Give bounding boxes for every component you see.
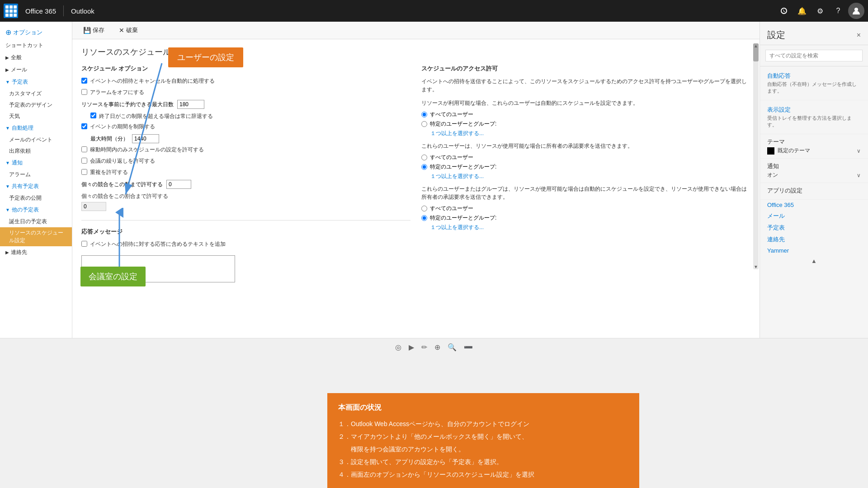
allow-recurring-label[interactable]: 会議の繰り返しを許可する xyxy=(81,157,155,165)
sidebar-group-other-cal[interactable]: ▼他の予定表 xyxy=(0,204,72,216)
theme-label: テーマ xyxy=(767,138,861,146)
sidebar-alarm[interactable]: アラーム xyxy=(0,169,72,180)
notification-icon[interactable]: 🔔 xyxy=(794,3,810,19)
conflicts-pct-label: 個々の競合をこの割合まで許可する xyxy=(81,192,410,200)
theme-value[interactable]: 既定のテーマ ∨ xyxy=(767,147,861,155)
bottom-icon-3[interactable]: ✏ xyxy=(421,343,427,352)
working-hours-label[interactable]: 稼動時間内のみスケジュールの設定を許可する xyxy=(81,146,204,154)
specific-users-radio[interactable] xyxy=(421,121,427,127)
app-link-yammer[interactable]: Yammer xyxy=(760,245,868,256)
all-users-radio[interactable] xyxy=(421,112,427,117)
save-button[interactable]: 💾 保存 xyxy=(80,24,108,36)
approval-specific-radio[interactable] xyxy=(421,164,427,170)
limit-duration-label[interactable]: イベントの期間を制限する xyxy=(81,123,155,131)
response-checkbox[interactable] xyxy=(81,241,87,247)
combined-radio-group: すべてのユーザー 特定のユーザーとグループ: １つ以上を選択する... xyxy=(421,205,750,231)
arrow-icon: ▶ xyxy=(5,250,9,255)
auto-schedule-desc: リソースが利用可能な場合、これらのユーザーは自動的にスケジュールを設定できます。 xyxy=(421,99,750,107)
sidebar-group-shared[interactable]: ▼共有予定表 xyxy=(0,180,72,192)
response-checkbox-row: イベントへの招待に対する応答に含めるテキストを追加 xyxy=(81,240,410,248)
exceed-end-row: 終了日がこの制限を超える場合は常に辞退する xyxy=(81,113,410,120)
select-users-link[interactable]: １つ以上を選択する... xyxy=(421,130,750,137)
app-link-calendar[interactable]: 予定表 xyxy=(760,222,868,234)
schedule-access-title: スケジュールのアクセス許可 xyxy=(421,65,750,73)
alarm-off-checkbox[interactable] xyxy=(81,89,87,95)
sidebar-group-notify[interactable]: ▼通知 xyxy=(0,157,72,169)
auto-process-label[interactable]: イベントへの招待とキャンセルを自動的に処理する xyxy=(81,77,215,85)
allow-recurring-checkbox[interactable] xyxy=(81,158,87,164)
sidebar-group-auto[interactable]: ▼自動処理 xyxy=(0,122,72,134)
combined-all-radio[interactable] xyxy=(421,206,427,211)
app-link-office365[interactable]: Office 365 xyxy=(760,200,868,210)
notification-value[interactable]: オン ∨ xyxy=(767,171,861,179)
auto-reply-title[interactable]: 自動応答 xyxy=(767,72,861,80)
scroll-up-btn[interactable]: ▲ xyxy=(753,43,759,48)
working-hours-checkbox[interactable] xyxy=(81,146,87,152)
scroll-down-btn[interactable]: ▼ xyxy=(753,264,759,269)
content-body: リソースのスケジュール設定 スケジュール オプション イベントへの招待とキャンセ… xyxy=(72,39,760,291)
chevron-down-icon: ∨ xyxy=(857,148,861,154)
options-label: オプション xyxy=(13,28,42,37)
combined-select-link[interactable]: １つ以上を選択する... xyxy=(421,224,750,231)
sidebar-customize[interactable]: カスタマイズ xyxy=(0,88,72,99)
options-header[interactable]: ⊕ オプション xyxy=(0,25,72,39)
sidebar-group-general[interactable]: ▶全般 xyxy=(0,52,72,64)
approval-all-radio[interactable] xyxy=(421,155,427,160)
outlook-label: Outlook xyxy=(67,7,98,15)
allow-conflicts-label[interactable]: 重複を許可する xyxy=(81,169,128,176)
combined-specific-radio[interactable] xyxy=(421,215,427,221)
sidebar-calendar-publish[interactable]: 予定表の公開 xyxy=(0,192,72,204)
exceed-end-label[interactable]: 終了日がこの制限を超える場合は常に辞退する xyxy=(90,113,410,120)
bottom-icon-2[interactable]: ▶ xyxy=(409,343,414,352)
avatar[interactable] xyxy=(848,3,864,19)
alarm-off-label[interactable]: アラームをオフにする xyxy=(81,89,144,96)
sidebar-group-mail[interactable]: ▶メール xyxy=(0,64,72,76)
bottom-icon-4[interactable]: ⊕ xyxy=(434,343,440,352)
discard-button[interactable]: ✕ 破棄 xyxy=(115,24,142,36)
arrow-icon: ▼ xyxy=(5,160,10,165)
auto-process-checkbox[interactable] xyxy=(81,78,87,84)
help-icon[interactable]: ? xyxy=(830,3,846,19)
skype-icon[interactable] xyxy=(776,3,792,19)
sidebar-resource-schedule[interactable]: リソースのスケジュール設定 xyxy=(0,227,72,246)
sidebar-group-contact[interactable]: ▶連絡先 xyxy=(0,246,72,258)
sidebar-birthday[interactable]: 誕生日の予定表 xyxy=(0,216,72,227)
waffle-button[interactable] xyxy=(4,4,18,18)
settings-close-button[interactable]: × xyxy=(857,31,861,39)
exceed-end-checkbox[interactable] xyxy=(90,113,96,118)
response-checkbox-label[interactable]: イベントへの招待に対する応答に含めるテキストを追加 xyxy=(81,240,226,248)
allow-conflicts-row: 重複を許可する xyxy=(81,169,410,176)
app-link-mail[interactable]: メール xyxy=(760,210,868,222)
settings-display: 表示設定 受信トレイを整理する方法を選択します。 xyxy=(760,100,868,134)
auto-process-row: イベントへの招待とキャンセルを自動的に処理する xyxy=(81,77,410,85)
bottom-icon-1[interactable]: ◎ xyxy=(395,343,401,352)
bottom-icon-6[interactable]: ➖ xyxy=(464,343,473,352)
max-duration-input[interactable] xyxy=(132,134,159,143)
sidebar-weather[interactable]: 天気 xyxy=(0,111,72,122)
main-content: 💾 保存 ✕ 破棄 リソースのスケジュール設定 スケジュール オプション イベン… xyxy=(72,22,760,338)
sidebar-shortcut[interactable]: ショートカット xyxy=(0,39,72,52)
conflicts-pct-input[interactable] xyxy=(81,202,106,211)
bottom-icon-5[interactable]: 🔍 xyxy=(448,343,457,352)
limit-duration-checkbox[interactable] xyxy=(81,123,87,129)
allow-conflicts-checkbox[interactable] xyxy=(81,169,87,175)
max-days-input[interactable] xyxy=(177,100,204,109)
sidebar: ⊕ オプション ショートカット ▶全般 ▶メール ▼予定表 カスタマイズ 予定表… xyxy=(0,22,72,338)
approval-all-users-row: すべてのユーザー xyxy=(421,154,750,161)
back-icon: ⊕ xyxy=(5,28,11,37)
settings-scroll-up[interactable]: ▲ xyxy=(760,256,868,266)
display-title[interactable]: 表示設定 xyxy=(767,106,861,114)
sidebar-mail-events[interactable]: メールのイベント xyxy=(0,134,72,145)
settings-icon[interactable]: ⚙ xyxy=(812,3,828,19)
office365-label: Office 365 xyxy=(22,7,60,15)
sidebar-group-calendar[interactable]: ▼予定表 xyxy=(0,76,72,88)
settings-search-input[interactable] xyxy=(765,50,863,61)
scrollbar-track[interactable]: ▲ ▼ xyxy=(753,43,759,269)
app-link-contacts[interactable]: 連絡先 xyxy=(760,234,868,245)
conflicts-pct-input-row xyxy=(81,202,410,211)
sidebar-attendance[interactable]: 出席依頼 xyxy=(0,145,72,157)
approval-select-link[interactable]: １つ以上を選択する... xyxy=(421,173,750,180)
arrow-icon: ▼ xyxy=(5,207,10,212)
conflicts-count-input[interactable] xyxy=(166,180,191,189)
sidebar-calendar-design[interactable]: 予定表のデザイン xyxy=(0,99,72,111)
